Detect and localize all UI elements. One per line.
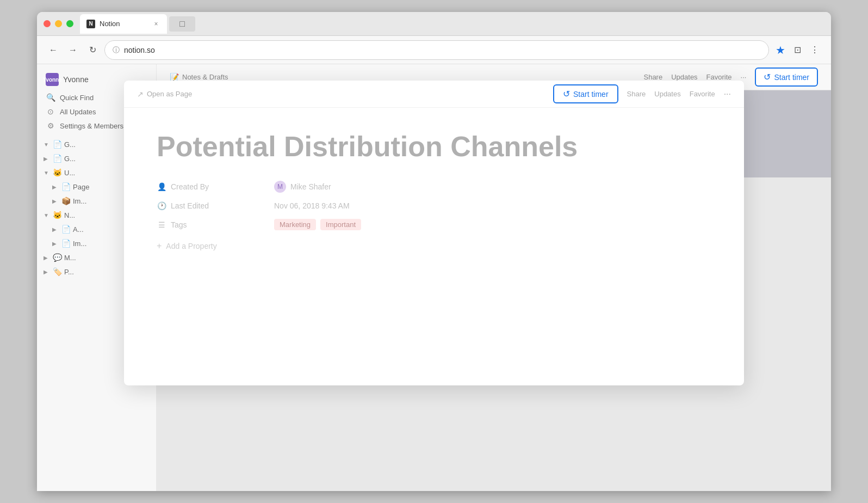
tags-icon: ☰ [157, 220, 166, 229]
main-area: 📝 Notes & Drafts Share Updates Favorite … [157, 64, 831, 491]
start-timer-button[interactable]: ↺ Start timer [553, 84, 618, 103]
modal-toolbar-right: ↺ Start timer Share Updates Favorite ··· [553, 84, 731, 103]
bookmark-star-icon[interactable]: ★ [773, 41, 788, 59]
last-edited-value: Nov 06, 2018 9:43 AM [274, 201, 350, 210]
person-icon: 👤 [157, 182, 166, 191]
modal-updates-action[interactable]: Updates [654, 90, 680, 98]
open-as-page-label: Open as Page [157, 90, 192, 98]
modal-more-dots[interactable]: ··· [724, 89, 731, 99]
modal-panel: ↗ Open as Page ↺ Start timer Share Updat… [157, 81, 744, 385]
address-bar[interactable]: ⓘ notion.so [104, 40, 769, 60]
modal-favorite-action[interactable]: Favorite [690, 90, 715, 98]
tags-row: ☰ Tags Marketing Important [157, 219, 711, 230]
app-content: Yvonne Yvonne 🔍 Quick Find ⊙ All Updates… [37, 64, 831, 491]
created-by-value[interactable]: M Mike Shafer [274, 181, 331, 193]
maximize-button[interactable] [66, 20, 73, 27]
info-icon: ⓘ [113, 45, 120, 55]
avatar: M [274, 181, 286, 193]
add-property-button[interactable]: + Add a Property [157, 241, 711, 251]
refresh-button[interactable]: ↻ [85, 42, 100, 58]
new-tab-button[interactable]: □ [169, 16, 195, 32]
created-by-label: 👤 Created By [157, 182, 265, 191]
back-button[interactable]: ← [46, 42, 61, 58]
add-icon: + [157, 241, 162, 251]
nav-bar: ← → ↻ ⓘ notion.so ★ ⊡ ⋮ [37, 36, 831, 64]
modal-toolbar: ↗ Open as Page ↺ Start timer Share Updat… [157, 81, 744, 108]
properties-section: 👤 Created By M Mike Shafer [157, 181, 711, 251]
browser-window: N Notion × □ ← → ↻ ⓘ notion.so ★ ⊡ ⋮ [37, 12, 831, 491]
cast-button[interactable]: ⊡ [790, 42, 805, 58]
minimize-button[interactable] [55, 20, 62, 27]
start-timer-label: Start timer [573, 90, 609, 99]
menu-button[interactable]: ⋮ [807, 42, 822, 58]
open-as-page-button[interactable]: ↗ Open as Page [157, 90, 192, 99]
tag-important[interactable]: Important [320, 219, 361, 230]
last-edited-row: 🕐 Last Edited Nov 06, 2018 9:43 AM [157, 201, 711, 210]
modal-content: Potential Distribution Channels 👤 Create… [157, 108, 744, 385]
notion-tab-icon: N [86, 20, 95, 28]
page-title: Potential Distribution Channels [157, 130, 711, 163]
tag-marketing[interactable]: Marketing [274, 219, 316, 230]
tags-value[interactable]: Marketing Important [274, 219, 361, 230]
close-button[interactable] [44, 20, 51, 27]
timer-icon: ↺ [563, 89, 570, 99]
add-property-label: Add a Property [166, 242, 216, 250]
modal-overlay: ↗ Open as Page ↺ Start timer Share Updat… [157, 64, 831, 491]
active-tab[interactable]: N Notion × [80, 14, 167, 34]
clock-prop-icon: 🕐 [157, 201, 166, 210]
last-edited-label: 🕐 Last Edited [157, 201, 265, 210]
tab-label: Notion [100, 20, 120, 28]
tab-close-button[interactable]: × [152, 20, 160, 28]
url-display: notion.so [124, 46, 761, 54]
title-bar: N Notion × □ [37, 12, 831, 36]
traffic-lights [44, 20, 73, 27]
tags-label: ☰ Tags [157, 220, 265, 229]
tab-bar: N Notion × □ [80, 14, 824, 34]
created-by-row: 👤 Created By M Mike Shafer [157, 181, 711, 193]
nav-actions: ★ ⊡ ⋮ [773, 41, 822, 59]
modal-share-action[interactable]: Share [627, 90, 646, 98]
forward-button[interactable]: → [65, 42, 80, 58]
